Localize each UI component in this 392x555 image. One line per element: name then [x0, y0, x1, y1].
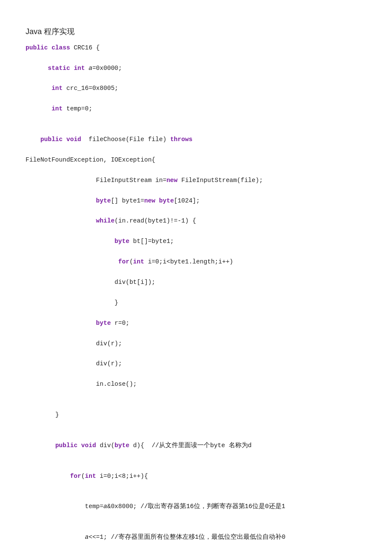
- section-title: Java 程序实现: [26, 26, 366, 38]
- code-block: public class CRC16 { static int a=0x0000…: [26, 43, 366, 555]
